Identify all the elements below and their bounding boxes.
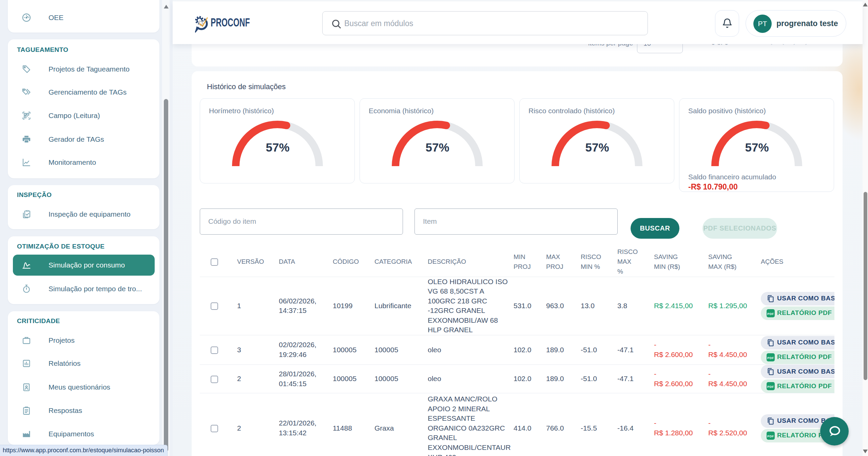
svg-text:PDF: PDF — [767, 434, 774, 438]
svg-text:PDF: PDF — [767, 385, 774, 389]
svg-text:PDF: PDF — [767, 312, 774, 315]
svg-text:PDF: PDF — [767, 356, 774, 359]
